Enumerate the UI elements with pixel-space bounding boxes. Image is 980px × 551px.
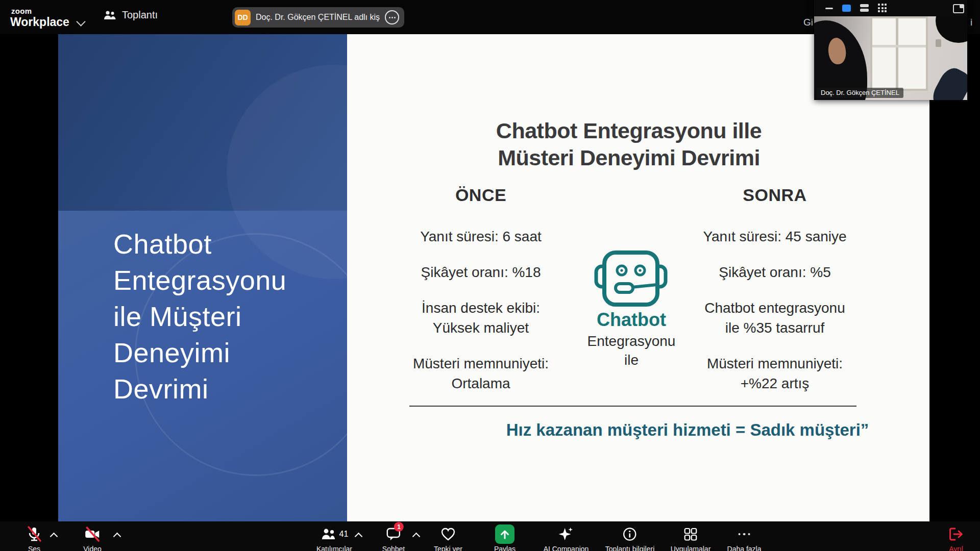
participants-label: Katılımcılar bbox=[316, 545, 352, 551]
after-item: Yanıt süresi: 45 saniye bbox=[657, 229, 892, 245]
slide-heading-line1: Chatbot Entegrasyonu ille bbox=[425, 117, 833, 144]
slide-quote: Hız kazanan müşteri hizmeti = Sadık müşt… bbox=[363, 420, 929, 440]
before-item: Şikâyet oranı: %18 bbox=[363, 264, 598, 281]
active-speaker-pill[interactable]: DD Doç. Dr. Gökçen ÇETİNEL adlı kiş bbox=[232, 7, 404, 28]
sidebar-title-line: Entegrasyonu bbox=[113, 262, 286, 298]
active-speaker-name: Doç. Dr. Gökçen ÇETİNEL adlı kiş bbox=[256, 13, 380, 22]
tab-meeting[interactable]: Toplantı bbox=[103, 9, 158, 21]
before-item: Yüksek maliyet bbox=[363, 320, 598, 336]
chatbot-caption-sub: ile bbox=[570, 352, 693, 368]
zoom-logo: zoom bbox=[11, 7, 32, 15]
after-item: +%22 artış bbox=[657, 375, 892, 392]
share-screen-label: Paylaş bbox=[494, 545, 516, 551]
after-item: Şikâyet oranı: %5 bbox=[657, 264, 892, 281]
meeting-info-label: Toplantı bilgileri bbox=[605, 545, 655, 551]
sidebar-title-line: Devrimi bbox=[113, 371, 286, 407]
ai-companion-label: AI Companion bbox=[544, 545, 589, 551]
video-label: Video bbox=[83, 545, 102, 551]
occluded-text-fragment-left: Gi bbox=[803, 17, 813, 28]
after-item: Müsteri memnuniyeti: bbox=[657, 356, 892, 372]
reactions-button[interactable]: Tepki ver bbox=[434, 525, 462, 551]
speaker-view-icon[interactable] bbox=[860, 4, 869, 13]
slide-heading: Chatbot Entegrasyonu ille Müsteri Deneyi… bbox=[425, 117, 833, 171]
chatbot-caption-sub: Entegrasyonu bbox=[570, 333, 693, 349]
video-wall-detail bbox=[936, 39, 941, 47]
before-item: Müsteri memnuniyeti: bbox=[363, 356, 598, 372]
share-screen-button[interactable]: Paylaş bbox=[494, 525, 516, 551]
slide-heading-line2: Müsteri Deneyimi Devrimi bbox=[425, 144, 833, 171]
reactions-label: Tepki ver bbox=[434, 545, 462, 551]
video-window-background bbox=[870, 16, 928, 91]
meeting-info-button[interactable]: Toplantı bilgileri bbox=[605, 525, 655, 551]
sidebar-title-line: Deneyimi bbox=[113, 335, 286, 371]
leave-meeting-icon bbox=[948, 527, 964, 542]
slide-sidebar-title: Chatbot Entegrasyonu ile Müşteri Deneyim… bbox=[113, 226, 286, 407]
video-dark-object bbox=[928, 64, 967, 100]
video-options-caret[interactable] bbox=[113, 533, 121, 541]
apps-label: Uygulamalar bbox=[671, 545, 711, 551]
more-label: Daha fazla bbox=[727, 545, 762, 551]
before-item: Ortalama bbox=[363, 375, 598, 392]
microphone-muted-icon bbox=[26, 526, 42, 542]
more-ellipsis-icon bbox=[738, 533, 750, 536]
floating-video-panel[interactable]: Doç. Dr. Gökçen ÇETİNEL bbox=[814, 0, 967, 100]
sidebar-title-line: Chatbot bbox=[113, 226, 286, 262]
mute-button[interactable]: Ses bbox=[26, 525, 42, 551]
zoom-meeting-window: zoom Workplace Toplantı DD Doç. Dr. Gökç… bbox=[0, 0, 980, 551]
leave-label: Ayrıl bbox=[949, 545, 963, 551]
chat-unread-badge: 1 bbox=[394, 522, 404, 532]
avatar: DD bbox=[235, 10, 251, 26]
chat-label: Sohbet bbox=[382, 545, 405, 551]
participants-icon bbox=[103, 10, 116, 21]
chevron-down-icon[interactable] bbox=[76, 17, 85, 26]
slide-sidebar: Chatbot Entegrasyonu ile Müşteri Deneyim… bbox=[58, 34, 347, 521]
before-item: Yanıt süresi: 6 saat bbox=[363, 229, 598, 245]
sparkle-icon bbox=[558, 526, 574, 542]
sidebar-title-line: ile Müşteri bbox=[113, 298, 286, 335]
minimize-icon[interactable] bbox=[825, 8, 833, 9]
chatbot-caption: Chatbot bbox=[580, 309, 682, 331]
active-view-icon[interactable] bbox=[842, 5, 851, 12]
mute-label: Ses bbox=[28, 545, 40, 551]
chat-button[interactable]: 1 Sohbet bbox=[382, 525, 405, 551]
gallery-view-icon[interactable] bbox=[878, 4, 887, 12]
ai-companion-button[interactable]: AI Companion bbox=[544, 525, 589, 551]
apps-button[interactable]: Uygulamalar bbox=[671, 525, 711, 551]
after-item: ile %35 tasarruf bbox=[657, 320, 892, 336]
chatbot-robot-icon bbox=[589, 250, 673, 307]
meeting-toolbar: Ses Video 41 bbox=[0, 521, 980, 551]
chat-options-caret[interactable] bbox=[412, 533, 421, 541]
heart-icon bbox=[440, 527, 456, 542]
apps-icon bbox=[683, 527, 698, 542]
share-screen-icon bbox=[495, 524, 514, 544]
participant-count: 41 bbox=[339, 530, 349, 539]
meeting-tab-label: Toplantı bbox=[122, 9, 158, 21]
before-column-title: ÖNCE bbox=[374, 185, 588, 205]
layout-popout-icon[interactable] bbox=[953, 4, 964, 13]
shared-screen-slide: Chatbot Entegrasyonu ile Müşteri Deneyim… bbox=[58, 34, 929, 521]
more-options-icon[interactable] bbox=[385, 10, 399, 24]
after-item: Chatbot entegrasyonu bbox=[657, 300, 892, 316]
leave-button[interactable]: Ayrıl bbox=[948, 525, 964, 551]
speaker-video-tile[interactable]: Doç. Dr. Gökçen ÇETİNEL bbox=[814, 16, 967, 100]
participants-icon bbox=[321, 527, 336, 541]
info-icon bbox=[622, 527, 638, 542]
occluded-text-fragment-right: i bbox=[970, 17, 972, 28]
after-column-title: SONRA bbox=[668, 185, 882, 205]
before-item: İnsan destek ekibi: bbox=[363, 300, 598, 316]
video-muted-icon bbox=[84, 526, 101, 542]
workplace-logo: Workplace bbox=[10, 15, 69, 29]
slide-divider-line bbox=[409, 406, 856, 407]
speaker-name-label: Doç. Dr. Gökçen ÇETİNEL bbox=[817, 88, 903, 98]
mic-options-caret[interactable] bbox=[50, 533, 58, 541]
participants-options-caret[interactable] bbox=[355, 533, 363, 541]
video-panel-header bbox=[814, 0, 967, 16]
participants-button[interactable]: 41 Katılımcılar bbox=[316, 525, 352, 551]
video-button[interactable]: Video bbox=[83, 525, 102, 551]
more-button[interactable]: Daha fazla bbox=[727, 525, 762, 551]
